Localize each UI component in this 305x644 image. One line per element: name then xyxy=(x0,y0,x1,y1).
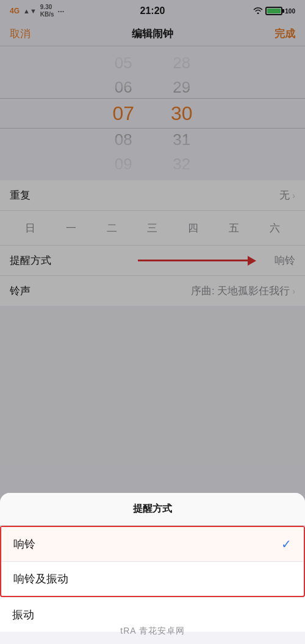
modal-sheet: 提醒方式 响铃 ✓ 响铃及振动 振动 xyxy=(0,493,305,644)
modal-options: 响铃 ✓ 响铃及振动 xyxy=(0,526,305,597)
brand-text: tRA 青花安卓网 xyxy=(0,626,305,637)
modal-option-vibrate-label: 振动 xyxy=(12,607,34,622)
modal-option-ring-label: 响铃 xyxy=(13,537,35,551)
modal-overlay: 提醒方式 响铃 ✓ 响铃及振动 振动 xyxy=(0,0,305,644)
modal-option-ring-vibrate-label: 响铃及振动 xyxy=(13,571,68,586)
modal-title: 提醒方式 xyxy=(0,493,305,526)
modal-option-ring-vibrate[interactable]: 响铃及振动 xyxy=(1,561,304,596)
modal-option-ring[interactable]: 响铃 ✓ xyxy=(1,527,304,561)
check-icon: ✓ xyxy=(281,537,292,551)
